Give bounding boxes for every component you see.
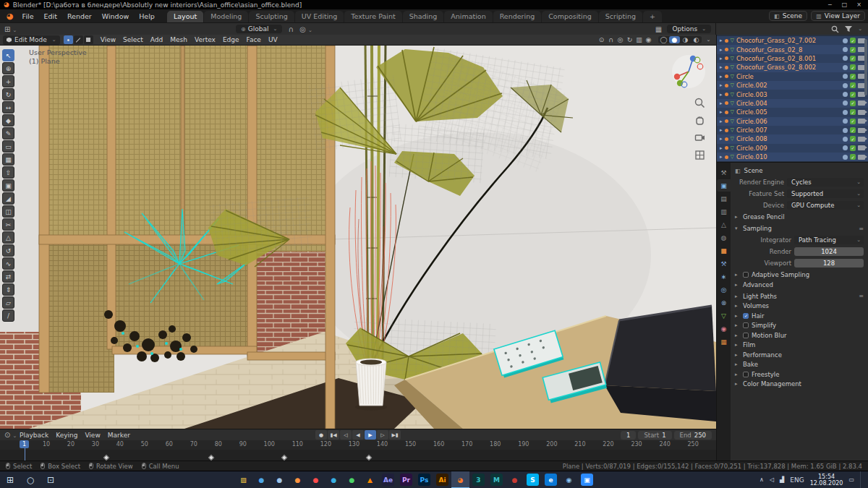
outliner-item[interactable]: Chocofur_Grass_02_8.002 — [717, 63, 868, 72]
volume-icon[interactable]: ◁ — [770, 476, 774, 483]
transform-orientation-select[interactable]: ⊕ Global — [236, 25, 282, 33]
expand-icon[interactable] — [720, 38, 723, 43]
modifier-icon[interactable] — [843, 110, 848, 115]
visibility-checkbox[interactable] — [850, 82, 856, 88]
tool-button[interactable]: ▱ — [2, 296, 14, 309]
outliner-item[interactable]: Circle.010 — [717, 153, 868, 161]
outliner-item[interactable]: Chocofur_Grass_02_7.002 — [717, 36, 868, 45]
taskbar-app-icon[interactable]: ◉ — [560, 471, 578, 488]
tool-button[interactable]: ◢ — [2, 192, 14, 205]
notification-center-icon[interactable]: ▭ — [848, 476, 854, 483]
expand-icon[interactable] — [720, 109, 723, 115]
timeline-editor-type-icon[interactable]: ⊙ — [4, 431, 14, 439]
section-grease-pencil[interactable]: Grease Pencil — [735, 213, 864, 223]
taskbar-app-icon[interactable]: ● — [252, 471, 271, 488]
section-checkbox[interactable] — [743, 272, 749, 278]
plant-pot[interactable] — [355, 359, 387, 411]
properties-tab[interactable]: ⊗ — [717, 296, 731, 309]
properties-tab[interactable]: ▽ — [717, 309, 731, 322]
properties-subsection[interactable]: Adaptive Sampling — [735, 270, 864, 281]
visibility-checkbox[interactable] — [850, 145, 856, 151]
workspace-tab[interactable]: Layout — [167, 11, 203, 22]
properties-tab[interactable]: ▣ — [717, 179, 731, 192]
workspace-tab[interactable]: Animation — [444, 11, 492, 22]
timeline-menu-item[interactable]: Playback — [16, 432, 52, 439]
blender-menu-icon[interactable]: ◕ — [7, 12, 14, 21]
modifier-icon[interactable] — [843, 92, 848, 97]
integrator-select[interactable]: Path Tracing — [794, 236, 864, 244]
outliner-item[interactable]: Circle.006 — [717, 117, 868, 126]
properties-section[interactable]: Simplify ≡ — [735, 321, 864, 331]
viewport-menu-item[interactable]: View — [97, 36, 119, 43]
close-button[interactable]: × — [854, 1, 864, 8]
taskbar-app-icon[interactable]: ▲ — [361, 471, 379, 488]
viewport-menu-item[interactable]: Face — [243, 36, 265, 43]
expand-icon[interactable] — [720, 119, 723, 124]
visibility-checkbox[interactable] — [850, 136, 856, 142]
timeline-menu-item[interactable]: View — [81, 432, 103, 439]
frame-end-field[interactable]: End250 — [674, 431, 712, 440]
timeline-menu-item[interactable]: Keying — [52, 432, 81, 439]
expand-icon[interactable] — [720, 100, 723, 106]
tool-button[interactable]: ✎ — [2, 127, 14, 140]
taskbar-app-icon[interactable]: ● — [506, 471, 524, 488]
expand-icon[interactable] — [720, 145, 723, 151]
expand-icon[interactable] — [720, 92, 723, 98]
tool-button[interactable]: + — [2, 75, 14, 87]
outliner-item[interactable]: Circle.007 — [717, 126, 868, 134]
viewport-3d-scene[interactable] — [0, 46, 716, 429]
tool-button[interactable]: ↻ — [2, 88, 14, 100]
properties-section[interactable]: Film ≡ — [735, 341, 864, 351]
taskbar-app-icon[interactable]: Ai — [433, 471, 451, 488]
section-checkbox[interactable] — [743, 333, 749, 338]
taskbar-app-icon[interactable]: S — [524, 471, 542, 488]
properties-tab[interactable]: ⚒ — [717, 166, 731, 179]
visibility-checkbox[interactable] — [850, 64, 856, 70]
visibility-checkbox[interactable] — [850, 92, 856, 98]
transport-button[interactable]: ◁ — [340, 430, 352, 440]
taskbar-app-icon[interactable]: ● — [289, 471, 307, 488]
properties-tab[interactable]: ⚒ — [717, 257, 731, 270]
transform-pivot-icon[interactable]: ⊙ — [597, 36, 606, 43]
tool-button[interactable]: ◆ — [2, 114, 14, 127]
transport-button[interactable]: ◀ — [352, 430, 364, 440]
workspace-tab[interactable]: Texture Paint — [344, 11, 401, 22]
clock[interactable]: 15:54 12.08.2020 — [810, 474, 843, 487]
visibility-checkbox[interactable] — [850, 119, 856, 124]
properties-section[interactable]: Bake ≡ — [735, 360, 864, 370]
properties-tab[interactable]: △ — [717, 218, 731, 231]
transport-button[interactable]: ▶ — [365, 430, 376, 440]
timeline-track-area[interactable]: 1102030405060708090100110120130140150160… — [0, 440, 716, 461]
render-visibility-icon[interactable] — [858, 145, 865, 150]
xray-icon[interactable]: ◉ — [644, 36, 653, 43]
minimize-button[interactable]: ─ — [825, 1, 835, 8]
viewport-menu-item[interactable]: Add — [147, 36, 166, 43]
viewport-navigation-gizmo[interactable] — [670, 53, 707, 90]
viewport-menu-item[interactable]: Edge — [219, 36, 243, 43]
shading-dropdown-icon[interactable]: ⌄ — [704, 37, 713, 43]
properties-tab[interactable]: ◎ — [717, 283, 731, 296]
tool-button[interactable]: ▦ — [2, 153, 14, 166]
workspace-tab[interactable]: Shading — [403, 11, 444, 22]
taskbar-app-icon[interactable]: ● — [343, 471, 361, 488]
render-visibility-icon[interactable] — [858, 119, 865, 124]
taskbar-app-icon[interactable]: 3 — [469, 471, 488, 488]
feature-set-select[interactable]: Supported — [787, 189, 864, 198]
3d-viewport[interactable]: User Perspective (1) Plane ↖ ⊕ + ↻ ↔ ◆ — [0, 46, 716, 429]
render-visibility-icon[interactable] — [858, 110, 865, 115]
editor-type-icon[interactable]: ⊞ — [4, 25, 14, 33]
outliner-item[interactable]: Chocofur_Grass_02_8.001 — [717, 54, 868, 63]
taskbar-app-icon[interactable]: Pr — [397, 471, 415, 488]
proportional-editing-icon[interactable]: ◎ — [299, 25, 310, 33]
expand-icon[interactable] — [720, 74, 723, 80]
tool-button[interactable]: ∿ — [2, 257, 14, 270]
menu-item[interactable]: File — [17, 12, 39, 21]
properties-tab[interactable]: ◍ — [717, 231, 731, 244]
menu-item[interactable]: Edit — [39, 12, 62, 21]
proportional-edit-icon[interactable]: ◎ — [616, 36, 625, 43]
section-checkbox[interactable] — [743, 372, 749, 377]
taskbar-app-icon[interactable]: Ps — [415, 471, 433, 488]
render-visibility-icon[interactable] — [858, 155, 865, 160]
expand-icon[interactable] — [720, 64, 723, 70]
gizmos-icon[interactable]: ↻ — [625, 36, 634, 43]
